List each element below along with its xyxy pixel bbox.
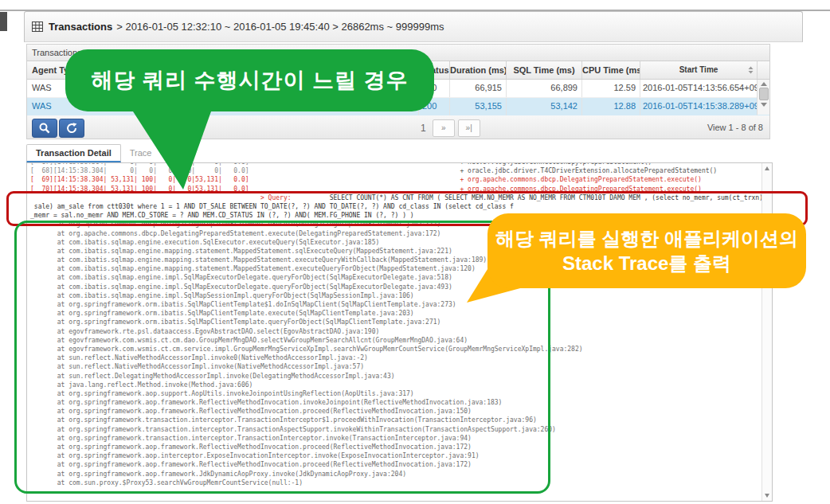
trace-line: at org.springframework.aop.framework.Ref… xyxy=(30,398,773,407)
trace-line: at org.springframework.orm.ibatis.SqlMap… xyxy=(30,300,773,309)
trace-line: at com.sun.proxy.$Proxy53.searchVwGroupM… xyxy=(30,479,773,487)
trace-line: at sun.reflect.DelegatingMethodAccessorI… xyxy=(30,372,773,381)
scroll-up-icon[interactable] xyxy=(761,82,767,86)
refresh-icon xyxy=(65,122,78,135)
cell-cpu-time: 12.59 xyxy=(582,80,640,97)
cell-duration: 53,155 xyxy=(450,98,507,115)
scroll-down-icon[interactable] xyxy=(765,494,769,498)
col-start-time-label: Start Time xyxy=(679,65,718,74)
detail-tabs: Transaction DetailTraceStack xyxy=(26,144,200,162)
green-callout: 해당 쿼리 수행시간이 느릴 경우 xyxy=(65,49,434,111)
trace-line: at org.springframework.aop.framework.Ref… xyxy=(30,407,773,416)
breadcrumb: > 2016-01-05 12:32:10 ~ 2016-01-05 19:45… xyxy=(116,21,444,33)
trace-line: at java.lang.reflect.Method.invoke(Metho… xyxy=(30,381,773,389)
trace-line: sale) am_sale from ctt030t where 1 = 1 A… xyxy=(30,202,773,211)
cell-sql-time: 53,142 xyxy=(507,98,582,115)
pagination: 1 » »| xyxy=(421,119,484,137)
trace-line: [ 69][14:15:38.304| 53,131| 100| 0| 0|53… xyxy=(30,175,773,184)
trace-line: at egovframework.com.wsmis.ct.cm.service… xyxy=(30,345,773,354)
trace-line: [ 68][14:15:38.304| 0| 0| 0| 0| 0| 0.0] … xyxy=(30,166,773,175)
grid-icon xyxy=(32,21,43,32)
trace-line: at org.springframework.transaction.inter… xyxy=(30,425,773,434)
search-button[interactable] xyxy=(32,119,57,138)
trace-line: at org.springframework.aop.framework.Ref… xyxy=(30,443,773,451)
trace-line: at org.springframework.aop.support.AopUt… xyxy=(30,389,773,398)
trace-line: > Query: SELECT COUNT(*) AS CNT FROM ( S… xyxy=(30,193,773,202)
trace-line: at org.springframework.transaction.inter… xyxy=(30,434,773,443)
trace-line: at org.springframework.orm.ibatis.SqlMap… xyxy=(30,309,773,318)
trace-line: at egovframework.rte.psl.dataaccess.Egov… xyxy=(30,327,773,336)
trace-line: at egovframework.com.wsmis.ct.cm.dao.Gro… xyxy=(30,336,773,345)
trace-line: at org.springframework.aop.framework.Ref… xyxy=(30,460,773,469)
col-cpu-time[interactable]: CPU Time (ms) xyxy=(582,61,640,79)
tab-label: Transaction Detail xyxy=(36,148,112,158)
cell-start-time: 2016-01-05T14:15:38.289+09:00 xyxy=(640,98,758,115)
col-start-time[interactable]: Start Time xyxy=(640,61,758,79)
page-number: 1 xyxy=(421,123,426,134)
search-icon xyxy=(38,122,51,135)
scroll-up-icon[interactable] xyxy=(765,166,769,170)
trace-line: at com.ibatis.sqlmap.engine.impl.SqlMapS… xyxy=(30,291,773,300)
orange-callout-line2: Stack Trace를 출력 xyxy=(562,251,731,275)
trace-content: [ 67][14:15:38.304| 0| 0| 0| 0| 0| 0.0] … xyxy=(30,162,773,487)
trace-line: [ 70][14:15:38.304| 53,131| 100| 0| 0|53… xyxy=(30,185,773,193)
col-sql-time[interactable]: SQL Time (ms) xyxy=(507,61,582,79)
view-status: View 1 - 8 of 8 xyxy=(707,123,763,132)
tab-label: Trace xyxy=(130,148,152,158)
trace-line: at org.springframework.transaction.inter… xyxy=(30,416,773,424)
trace-line: at sun.reflect.NativeMethodAccessorImpl.… xyxy=(30,354,773,362)
tab-label: Stack xyxy=(169,148,191,158)
green-callout-text: 해당 쿼리 수행시간이 느릴 경우 xyxy=(91,66,408,95)
tab[interactable]: Transaction Detail xyxy=(26,144,121,162)
orange-callout: 해당 쿼리를 실행한 애플리케이션의 Stack Trace를 출력 xyxy=(487,213,806,288)
next-page-button[interactable]: » xyxy=(433,119,455,137)
trace-line: at org.springframework.aop.interceptor.E… xyxy=(30,451,773,460)
left-edge-fragment xyxy=(0,12,7,31)
tab[interactable]: Stack xyxy=(160,144,200,162)
trace-line: at org.springframework.aop.framework.Jdk… xyxy=(30,470,773,479)
sort-icon[interactable] xyxy=(746,65,755,75)
window-header: Transactions > 2016-01-05 12:32:10 ~ 201… xyxy=(24,11,803,42)
scroll-down-icon[interactable] xyxy=(761,103,767,107)
page-title: Transactions xyxy=(49,21,112,33)
last-page-button[interactable]: »| xyxy=(458,119,480,137)
cell-start-time: 2016-01-05T14:13:56.654+09:00 xyxy=(640,80,758,97)
cell-sql-time: 66,899 xyxy=(507,80,582,97)
cell-duration: 66,915 xyxy=(450,80,507,97)
tab[interactable]: Trace xyxy=(121,144,161,162)
col-duration[interactable]: Duration (ms) xyxy=(450,61,507,79)
scrollbar-thumb[interactable] xyxy=(759,88,769,100)
trace-line: at org.springframework.orm.ibatis.SqlMap… xyxy=(30,318,773,326)
orange-callout-line1: 해당 쿼리를 실행한 애플리케이션의 xyxy=(495,226,798,251)
refresh-button[interactable] xyxy=(59,119,84,138)
table-scrollbar[interactable] xyxy=(757,80,769,115)
cell-cpu-time: 12.88 xyxy=(582,98,640,115)
pager-bar: 1 » »| View 1 - 8 of 8 xyxy=(26,115,770,139)
trace-line: at sun.reflect.NativeMethodAccessorImpl.… xyxy=(30,362,773,371)
